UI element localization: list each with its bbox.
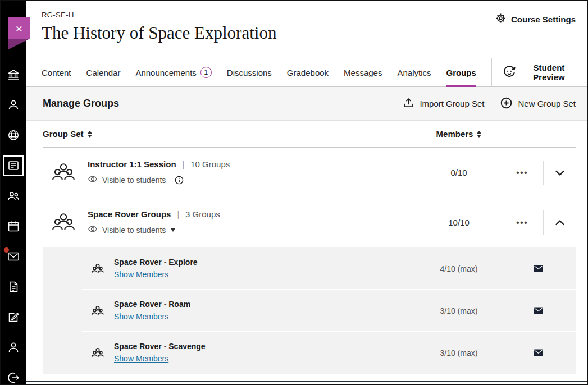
member-count: 10/10 <box>417 218 501 227</box>
group-set-people-icon <box>51 160 76 186</box>
page-title: Manage Groups <box>43 98 119 109</box>
group-set-row: Instructor 1:1 Session | 10 Groups Visib… <box>43 148 576 198</box>
group-set-column-label: Group Set <box>43 129 84 139</box>
sort-members-header[interactable]: Members <box>436 129 482 139</box>
new-group-set-label: New Group Set <box>518 99 576 108</box>
separator: | <box>177 210 179 219</box>
bank-icon[interactable] <box>7 68 20 81</box>
student-preview-icon <box>502 65 517 81</box>
subgroup-row: Space Rover - Explore Show Members 4/10 … <box>43 247 576 290</box>
caret-down-icon <box>171 228 175 232</box>
people-icon[interactable] <box>7 189 20 203</box>
student-preview-button[interactable]: Student Preview <box>491 58 587 86</box>
group-set-info: Instructor 1:1 Session | 10 Groups Visib… <box>88 159 417 186</box>
tab-calendar[interactable]: Calendar <box>86 58 121 86</box>
subgroup-people-icon <box>91 346 104 360</box>
subgroup-name: Space Rover - Roam <box>114 300 190 309</box>
subgroup-member-count: 3/10 (max) <box>417 306 501 315</box>
account-icon[interactable] <box>7 341 20 354</box>
group-count: 10 Groups <box>190 159 230 169</box>
calendar-icon[interactable] <box>7 219 20 233</box>
gear-icon <box>495 12 507 26</box>
overflow-menu-button[interactable]: ••• <box>501 217 543 228</box>
import-group-set-button[interactable]: Import Group Set <box>403 97 484 111</box>
new-group-set-button[interactable]: New Group Set <box>500 97 576 111</box>
group-count: 3 Groups <box>185 209 220 219</box>
visibility-dropdown[interactable]: Visible to students <box>102 226 175 235</box>
member-count: 0/10 <box>417 168 501 177</box>
upload-icon <box>403 97 414 111</box>
plus-circle-icon <box>500 97 513 111</box>
manage-groups-bar: Manage Groups Import Group Set New Group… <box>26 87 587 121</box>
sort-group-set-header[interactable]: Group Set <box>43 129 417 139</box>
course-settings-label: Course Settings <box>511 15 576 24</box>
messages-icon[interactable] <box>7 250 20 263</box>
expand-chevron-down-button[interactable] <box>544 166 576 180</box>
tab-announcements[interactable]: Announcements 1 <box>135 58 211 86</box>
overflow-menu-button[interactable]: ••• <box>501 167 543 178</box>
tab-analytics[interactable]: Analytics <box>397 58 431 86</box>
subgroup-member-count: 4/10 (max) <box>417 264 501 273</box>
close-icon: × <box>16 22 22 34</box>
globe-icon[interactable] <box>7 129 20 142</box>
group-set-name: Instructor 1:1 Session <box>88 159 176 169</box>
group-set-row: Space Rover Groups | 3 Groups Visible to… <box>43 198 576 247</box>
profile-icon[interactable] <box>7 98 20 112</box>
envelope-icon <box>533 347 544 358</box>
subgroup-people-icon <box>91 262 104 276</box>
signout-icon[interactable] <box>7 371 20 384</box>
app-window: × RG-SE-H The History of Space Explorati… <box>0 0 588 385</box>
show-members-link[interactable]: Show Members <box>114 312 168 321</box>
unread-badge <box>3 247 10 253</box>
envelope-icon <box>533 305 544 316</box>
eye-icon <box>88 174 98 186</box>
global-sidebar <box>1 1 26 384</box>
subgroup-name: Space Rover - Scavenge <box>114 342 206 351</box>
course-header: RG-SE-H The History of Space Exploration… <box>26 1 587 58</box>
visibility-label: Visible to students <box>102 226 166 235</box>
tab-discussions[interactable]: Discussions <box>227 58 272 86</box>
course-title: The History of Space Exploration <box>42 23 587 43</box>
tab-content[interactable]: Content <box>42 58 71 86</box>
show-members-link[interactable]: Show Members <box>114 270 168 279</box>
collapse-chevron-up-button[interactable] <box>544 216 576 230</box>
subgroup-row: Space Rover - Roam Show Members 3/10 (ma… <box>43 290 576 332</box>
subgroup-people-icon <box>91 304 104 318</box>
group-set-info: Space Rover Groups | 3 Groups Visible to… <box>88 209 417 236</box>
sort-arrows-icon <box>88 131 92 138</box>
table-header-row: Group Set Members <box>43 121 576 148</box>
course-settings-button[interactable]: Course Settings <box>495 12 576 26</box>
course-tab-bar: Content Calendar Announcements 1 Discuss… <box>26 58 587 87</box>
group-set-people-icon <box>51 210 76 236</box>
visibility-control[interactable]: Visible to students <box>102 176 166 185</box>
ribbon-fold <box>8 39 30 49</box>
eye-icon <box>88 224 98 236</box>
next-section-edge <box>26 381 587 382</box>
student-preview-label: Student Preview <box>522 63 576 82</box>
tab-messages[interactable]: Messages <box>344 58 382 86</box>
show-members-link[interactable]: Show Members <box>114 354 168 363</box>
announcements-count-badge: 1 <box>200 67 212 78</box>
subgroup-row: Space Rover - Scavenge Show Members 3/10… <box>43 332 576 374</box>
edit-icon[interactable] <box>7 310 20 324</box>
members-column-label: Members <box>436 129 473 139</box>
visibility-label: Visible to students <box>102 176 166 185</box>
subgroup-list: Space Rover - Explore Show Members 4/10 … <box>43 247 576 374</box>
sort-arrows-icon <box>477 131 481 138</box>
close-course-button[interactable]: × <box>8 17 30 39</box>
message-group-button[interactable] <box>533 263 544 274</box>
groups-table: Group Set Members Instr <box>26 121 587 374</box>
subgroup-name: Space Rover - Explore <box>114 258 198 267</box>
message-group-button[interactable] <box>533 347 544 358</box>
manage-actions: Import Group Set New Group Set <box>403 97 576 111</box>
subgroup-member-count: 3/10 (max) <box>417 349 501 358</box>
import-group-set-label: Import Group Set <box>420 99 484 108</box>
courses-icon[interactable] <box>7 159 20 172</box>
group-set-name: Space Rover Groups <box>88 209 171 219</box>
tab-groups[interactable]: Groups <box>446 58 476 86</box>
tab-gradebook[interactable]: Gradebook <box>287 58 329 86</box>
grades-icon[interactable] <box>7 280 20 294</box>
message-group-button[interactable] <box>533 305 544 316</box>
separator: | <box>183 160 185 169</box>
info-icon[interactable] <box>174 175 184 185</box>
